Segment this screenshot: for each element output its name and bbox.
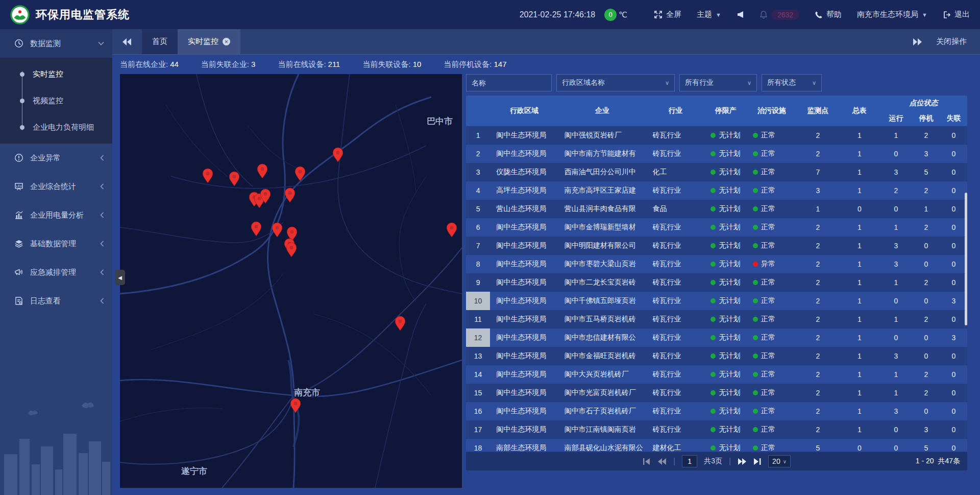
map-canvas[interactable]: 巴中市南充市遂宁市: [120, 74, 462, 488]
cell-points: 2: [797, 145, 839, 163]
table-row[interactable]: 4高坪生态环境局南充市高坪区王家店建砖瓦行业无计划正常31220: [466, 181, 967, 200]
tab-realtime-monitor[interactable]: 实时监控 ✕: [178, 29, 240, 54]
cell-region: 阆中生态环境局: [490, 420, 558, 439]
cell-points: 2: [797, 328, 839, 347]
map-collapse-toggle[interactable]: ◀: [115, 270, 125, 285]
sidebar-item-4[interactable]: 基础数据管理: [0, 229, 112, 258]
cell-meters: 1: [839, 126, 880, 145]
prev-page-button[interactable]: [657, 458, 667, 465]
table-row[interactable]: 6阆中生态环境局阆中市金博瑞新型墙材砖瓦行业无计划正常21120: [466, 218, 967, 237]
divider: |: [729, 457, 731, 466]
tab-home[interactable]: 首页: [142, 29, 178, 54]
table-row[interactable]: 12阆中生态环境局阆中市忠信建材有限公砖瓦行业无计划正常21003: [466, 328, 967, 347]
col-header-stopped: 停机: [912, 111, 940, 126]
cell-lost: 0: [940, 145, 967, 163]
tab-scroll-left-button[interactable]: [112, 29, 142, 54]
org-menu[interactable]: 南充市生态环境局 ▼: [857, 10, 927, 19]
cell-index: 12: [466, 328, 490, 347]
table-row[interactable]: 3仪陇生态环境局西南油气田分公司川中化工无计划正常71350: [466, 163, 967, 181]
table-scrollbar-thumb[interactable]: [965, 193, 967, 325]
sidebar-item-2[interactable]: 企业综合统计: [0, 172, 112, 201]
cell-facility-status: 正常: [747, 273, 797, 292]
sidebar-item-5[interactable]: 应急减排管理: [0, 258, 112, 287]
status-dot-green-icon: [753, 335, 758, 340]
cell-points: 3: [797, 181, 839, 200]
chevron-down-icon: ▼: [922, 12, 927, 18]
industry-filter-select[interactable]: 所有行业 ∨: [679, 74, 757, 91]
cell-limit-status: 无计划: [704, 273, 746, 292]
cell-region: 阆中生态环境局: [490, 310, 558, 328]
table-row[interactable]: 8阆中生态环境局阆中市枣碧大梁山页岩砖瓦行业无计划异常21300: [466, 255, 967, 273]
cell-company: 西南油气田分公司川中: [558, 163, 647, 181]
notifications-button[interactable]: 2632: [760, 10, 799, 20]
double-chevron-right-icon[interactable]: [913, 38, 922, 45]
region-filter-select[interactable]: 行政区域名称 ∨: [556, 74, 675, 91]
sidebar-item-label: 基础数据管理: [30, 239, 76, 249]
next-page-button[interactable]: [738, 458, 747, 465]
status-dot-green-icon: [710, 151, 716, 156]
map-city-label: 遂宁市: [181, 466, 207, 476]
table-row[interactable]: 10阆中生态环境局阆中千佛镇五郎垭页岩砖瓦行业无计划正常21003: [466, 292, 967, 310]
close-operations-button[interactable]: 关闭操作: [936, 37, 967, 46]
cell-stopped: 0: [912, 292, 940, 310]
cell-limit-status: 无计划: [704, 218, 746, 237]
bullet-dot-icon: [20, 125, 24, 130]
fullscreen-button[interactable]: 全屏: [654, 10, 681, 19]
sidebar-item-1[interactable]: 企业异常: [0, 144, 112, 172]
last-page-button[interactable]: [753, 458, 762, 465]
cell-running: 3: [880, 163, 912, 181]
sidebar-subitem-实时监控[interactable]: 实时监控: [0, 61, 112, 87]
cell-facility-status: 正常: [747, 365, 797, 384]
table-row[interactable]: 15阆中生态环境局阆中市光富页岩机砖厂砖瓦行业无计划正常21120: [466, 384, 967, 402]
map-panel[interactable]: ◀ 巴中市南充市遂宁市: [120, 74, 462, 488]
cell-points: 7: [797, 163, 839, 181]
header-datetime: 2021-02-25 17:46:18: [520, 10, 596, 19]
status-filter-select[interactable]: 所有状态 ∨: [762, 74, 822, 91]
close-tab-icon[interactable]: ✕: [223, 38, 230, 45]
cell-points: 2: [797, 384, 839, 402]
page-size-select[interactable]: 20 ∨: [768, 455, 791, 467]
table-row[interactable]: 5营山生态环境局营山县润丰肉食品有限食品无计划正常10010: [466, 200, 967, 218]
table-row[interactable]: 13阆中生态环境局阆中市金福旺页岩机砖砖瓦行业无计划正常21300: [466, 347, 967, 365]
cell-industry: 砖瓦行业: [647, 181, 705, 200]
cell-points: 2: [797, 255, 839, 273]
theme-menu[interactable]: 主题 ▼: [697, 10, 721, 19]
cell-points: 2: [797, 237, 839, 255]
sidebar-item-3[interactable]: 企业用电量分析: [0, 201, 112, 229]
cell-meters: 1: [839, 181, 880, 200]
chevron-down-icon: ▼: [716, 12, 721, 18]
table-row[interactable]: 9阆中生态环境局阆中市二龙长宝页岩砖砖瓦行业无计划正常21120: [466, 273, 967, 292]
status-dot-green-icon: [710, 335, 716, 340]
cell-facility-status: 正常: [747, 237, 797, 255]
help-button[interactable]: 帮助: [815, 10, 842, 19]
cell-lost: 0: [940, 384, 967, 402]
cell-stopped: 3: [912, 145, 940, 163]
first-page-button[interactable]: [643, 458, 651, 465]
sidebar-item-0[interactable]: 数据监测: [0, 29, 112, 58]
bullet-dot-icon: [20, 99, 24, 103]
table-row[interactable]: 11阆中生态环境局阆中市五马桥页岩机砖砖瓦行业无计划正常21120: [466, 310, 967, 328]
name-input[interactable]: [472, 79, 546, 87]
cell-index: 5: [466, 200, 490, 218]
page-number-input[interactable]: 1: [682, 455, 697, 467]
name-filter-input[interactable]: [466, 74, 552, 91]
table-row[interactable]: 7阆中生态环境局阆中明阳建材有限公司砖瓦行业无计划正常21300: [466, 237, 967, 255]
cell-stopped: 2: [912, 310, 940, 328]
table-row[interactable]: 2阆中生态环境局阆中市南方节能建材有砖瓦行业无计划正常21030: [466, 145, 967, 163]
table-row[interactable]: 14阆中生态环境局阆中大兴页岩机砖厂砖瓦行业无计划正常21120: [466, 365, 967, 384]
table-row[interactable]: 16阆中生态环境局阆中市石子页岩机砖厂砖瓦行业无计划正常21300: [466, 402, 967, 420]
cell-stopped: 0: [912, 402, 940, 420]
submenu-label: 企业电力负荷明细: [33, 123, 94, 132]
cell-facility-status: 正常: [747, 384, 797, 402]
table-row[interactable]: 18南部生态环境局南部县砚化山水泥有限公建材化工无计划正常50050: [466, 439, 967, 451]
sidebar-subitem-视频监控[interactable]: 视频监控: [0, 87, 112, 114]
logout-button[interactable]: 退出: [943, 10, 970, 19]
cell-company: 阆中千佛镇五郎垭页岩: [558, 292, 647, 310]
table-row[interactable]: 1阆中生态环境局阆中强锐页岩砖厂砖瓦行业无计划正常21120: [466, 126, 967, 145]
chevron-down-icon: ∨: [747, 80, 751, 86]
table-row[interactable]: 17阆中生态环境局阆中市江南镇阆南页岩砖瓦行业无计划正常21030: [466, 420, 967, 439]
sidebar-item-6[interactable]: 日志查看: [0, 287, 112, 315]
sound-toggle[interactable]: [737, 11, 744, 18]
stat-label: 当前停机设备:: [444, 60, 492, 68]
sidebar-subitem-企业电力负荷明细[interactable]: 企业电力负荷明细: [0, 114, 112, 140]
